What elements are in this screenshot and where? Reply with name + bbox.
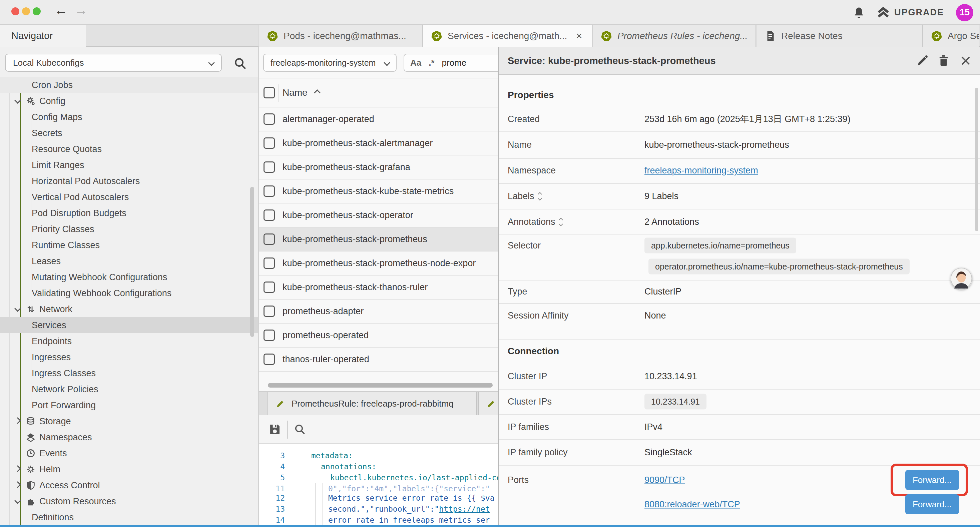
row-checkbox[interactable] (264, 137, 275, 149)
table-row[interactable]: thanos-ruler-operated (259, 347, 498, 372)
sidebar-item[interactable]: Helm (0, 461, 258, 477)
app-tab[interactable]: Argo Se (923, 25, 978, 47)
sidebar-item[interactable]: Storage (0, 413, 258, 429)
chevron-icon[interactable] (14, 497, 21, 504)
table-row[interactable]: kube-prometheus-stack-thanos-ruler (259, 275, 498, 299)
sidebar-item[interactable]: Priority Classes (0, 221, 258, 237)
row-checkbox[interactable] (264, 209, 275, 221)
table-row[interactable]: kube-prometheus-stack-prometheus-node-ex… (259, 252, 498, 275)
window-close-button[interactable] (11, 7, 19, 15)
editor-tab-partial[interactable] (478, 392, 498, 415)
port-link[interactable]: 8080:reloader-web/TCP (644, 499, 740, 509)
chevron-icon[interactable] (14, 305, 21, 312)
row-checkbox[interactable] (264, 234, 275, 245)
forward-button-8080[interactable]: Forward... (905, 494, 959, 514)
details-scrollbar[interactable] (975, 88, 978, 231)
app-window: UPGRADE 15 Navigator Pods - icecheng@mat… (0, 0, 980, 527)
sidebar-item[interactable]: Resource Quotas (0, 141, 258, 157)
row-checkbox[interactable] (264, 161, 275, 173)
notification-count-badge[interactable]: 15 (956, 4, 973, 21)
sidebar-item[interactable]: Validating Webhook Configurations (0, 285, 258, 301)
table-row[interactable]: prometheus-adapter (259, 299, 498, 323)
app-tab[interactable]: Services - icecheng@math... (423, 25, 592, 47)
port-link[interactable]: 9090/TCP (644, 475, 685, 485)
table-row[interactable]: prometheus-operated (259, 323, 498, 347)
forward-button-9090[interactable]: Forward... (905, 470, 959, 490)
window-zoom-button[interactable] (33, 7, 41, 15)
table-row[interactable]: kube-prometheus-stack-operator (259, 204, 498, 228)
sidebar-scrollbar[interactable] (250, 187, 254, 337)
sidebar-item[interactable]: Custom Resources (0, 493, 258, 509)
sidebar-item[interactable]: Runtime Classes (0, 237, 258, 253)
namespace-link[interactable]: freeleaps-monitoring-system (644, 166, 758, 176)
sidebar-item[interactable]: Services (0, 317, 258, 333)
chevron-icon[interactable] (14, 481, 21, 488)
sidebar-item[interactable]: Network (0, 301, 258, 317)
row-checkbox[interactable] (264, 330, 275, 341)
expand-collapse-icon[interactable] (538, 193, 541, 200)
window-minimize-button[interactable] (22, 7, 30, 15)
sidebar-item[interactable]: Mutating Webhook Configurations (0, 269, 258, 285)
edit-icon[interactable] (915, 53, 930, 68)
sidebar-item[interactable]: Events (0, 445, 258, 461)
table-row[interactable]: kube-prometheus-stack-alertmanager (259, 131, 498, 155)
forward-button[interactable] (73, 3, 89, 18)
yaml-editor[interactable]: 3 metadata: 4 annotations: 5 kubectl.kub… (259, 444, 498, 525)
name-column-header[interactable]: Name (283, 88, 320, 98)
app-tab[interactable]: Prometheus Rules - icecheng... (592, 25, 756, 47)
upgrade-button[interactable]: UPGRADE (877, 7, 944, 19)
chevron-icon[interactable] (14, 417, 21, 424)
sidebar-item[interactable]: Ingress Classes (0, 365, 258, 381)
back-button[interactable] (53, 3, 69, 18)
sidebar-item[interactable]: Config (0, 93, 258, 109)
sidebar-item[interactable]: Access Control (0, 477, 258, 493)
sidebar-item[interactable]: Namespaces (0, 429, 258, 445)
app-tab[interactable]: Pods - icecheng@mathmas... (259, 25, 423, 47)
navigator-panel-tab[interactable]: Navigator (0, 25, 86, 47)
table-row[interactable]: kube-prometheus-stack-grafana (259, 155, 498, 180)
user-avatar[interactable] (950, 267, 972, 290)
sidebar-search-icon[interactable] (234, 57, 247, 70)
notifications-bell-icon[interactable] (853, 6, 865, 19)
kubeconfig-selector[interactable]: Local Kubeconfigs (5, 54, 222, 72)
table-row[interactable]: kube-prometheus-stack-kube-state-metrics (259, 180, 498, 204)
table-row[interactable]: kube-prometheus-stack-prometheus (259, 228, 498, 252)
select-all-checkbox[interactable] (264, 87, 275, 99)
sidebar-item[interactable]: Leases (0, 253, 258, 269)
sidebar-item[interactable]: Endpoints (0, 333, 258, 349)
editor-search-icon[interactable] (294, 423, 306, 435)
namespace-filter-dropdown[interactable]: freeleaps-monitoring-system (263, 54, 396, 72)
horizontal-scrollbar[interactable] (268, 383, 493, 388)
row-checkbox[interactable] (264, 306, 275, 317)
resource-search-input[interactable]: Aa .* prome (404, 54, 498, 72)
row-checkbox[interactable] (264, 353, 275, 365)
sidebar-item[interactable]: Port Forwarding (0, 397, 258, 413)
sidebar-item[interactable]: Definitions (0, 509, 258, 525)
sidebar-item[interactable]: Pod Disruption Budgets (0, 205, 258, 221)
delete-icon[interactable] (936, 53, 951, 68)
sidebar-item[interactable]: Horizontal Pod Autoscalers (0, 173, 258, 189)
sidebar-item[interactable]: Cron Jobs (0, 77, 258, 93)
app-tab[interactable]: Release Notes (756, 25, 923, 47)
row-checkbox[interactable] (264, 113, 275, 125)
row-checkbox[interactable] (264, 185, 275, 197)
save-icon[interactable] (269, 423, 281, 436)
chevron-icon[interactable] (14, 465, 21, 472)
sidebar-item[interactable]: Secrets (0, 125, 258, 141)
window-accent-bar (0, 525, 980, 527)
row-checkbox[interactable] (264, 282, 275, 293)
sidebar-item[interactable]: Vertical Pod Autoscalers (0, 189, 258, 205)
regex-toggle[interactable]: .* (429, 58, 434, 68)
row-checkbox[interactable] (264, 258, 275, 269)
sidebar-item[interactable]: Config Maps (0, 109, 258, 125)
sidebar-item[interactable]: Network Policies (0, 381, 258, 397)
tab-close-icon[interactable] (573, 30, 585, 42)
chevron-icon[interactable] (14, 97, 21, 104)
editor-tab[interactable]: PrometheusRule: freeleaps-prod-rabbitmq (267, 392, 477, 415)
table-row[interactable]: alertmanager-operated (259, 107, 498, 131)
match-case-toggle[interactable]: Aa (410, 58, 421, 68)
expand-collapse-icon[interactable] (559, 218, 562, 226)
close-icon[interactable] (958, 53, 973, 68)
sidebar-item[interactable]: Limit Ranges (0, 157, 258, 173)
sidebar-item[interactable]: Ingresses (0, 349, 258, 365)
